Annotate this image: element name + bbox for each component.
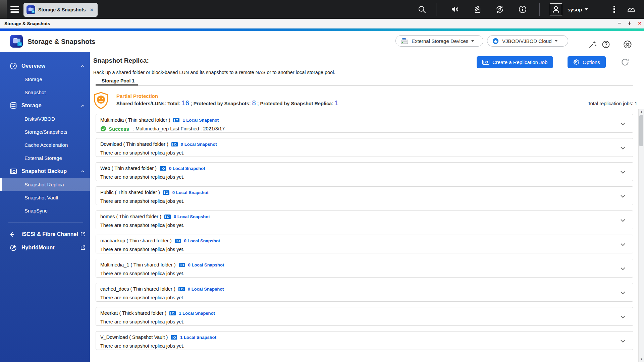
main-menu-icon[interactable]: [10, 6, 19, 13]
scroll-up-icon[interactable]: ▲: [639, 109, 644, 115]
row-expand-chevron-icon[interactable]: [619, 313, 627, 321]
scrollbar-thumb[interactable]: [639, 115, 643, 146]
sidebar-item-storage-snapshots[interactable]: Storage/Snapshots: [0, 125, 90, 138]
sidebar-item-hybridmount[interactable]: HybridMount: [0, 241, 90, 254]
sidebar-item-label: Snapshot Replica: [24, 182, 64, 187]
tab-close-icon[interactable]: ×: [90, 7, 94, 13]
row-expand-chevron-icon[interactable]: [619, 289, 627, 297]
sidebar-item-label: iSCSI & Fibre Channel: [21, 231, 78, 237]
taskbar-tab-storage-snapshots[interactable]: 10 Storage & Snapshots ×: [23, 3, 98, 17]
sidebar-section-snapshot-backup[interactable]: Snapshot Backup: [0, 165, 90, 178]
replica-row: Multimedia_1 ( Thin shared folder )0 Loc…: [96, 259, 633, 278]
options-gear-icon: [573, 59, 580, 65]
window-title: Storage & Snapshots: [4, 19, 50, 28]
row-expand-chevron-icon[interactable]: [619, 120, 627, 128]
replica-row: Meerkat ( Thick shared folder )1 Local S…: [96, 307, 633, 326]
sidebar-section-label: Snapshot Backup: [21, 168, 67, 174]
sidebar-item-iscsi-fibre-channel[interactable]: iSCSI & Fibre Channel: [0, 228, 90, 241]
help-icon[interactable]: [601, 40, 610, 49]
local-snapshot-link[interactable]: 1 Local Snapshot: [180, 335, 216, 340]
local-snapshot-link[interactable]: 0 Local Snapshot: [184, 238, 220, 243]
sidebar-item-label: HybridMount: [21, 245, 55, 251]
stats-replica-value: 1: [335, 99, 338, 107]
vjbod-cloud-button[interactable]: VJBOD/VJBOD Cloud: [487, 35, 568, 47]
replica-row: macbackup ( Thin shared folder )0 Local …: [96, 235, 633, 253]
scroll-down-icon[interactable]: ▼: [639, 357, 644, 362]
more-menu-icon[interactable]: [613, 6, 615, 13]
user-avatar[interactable]: [550, 3, 562, 15]
row-expand-chevron-icon[interactable]: [619, 216, 627, 224]
snapshot-badge-icon: [164, 214, 171, 219]
sidebar-item-overview-snapshot[interactable]: Snapshot: [0, 86, 90, 99]
no-jobs-message: There are no snapshot replica jobs yet.: [100, 223, 184, 228]
sidebar-section-storage[interactable]: Storage: [0, 99, 90, 112]
vjbod-cloud-label: VJBOD/VJBOD Cloud: [502, 38, 552, 44]
stats-snapshots-label: ; Protected by Snapshots:: [191, 101, 251, 106]
user-menu[interactable]: sysop: [568, 0, 588, 19]
background-tasks-icon[interactable]: [473, 5, 482, 14]
sync-icon[interactable]: [495, 5, 504, 14]
row-expand-chevron-icon[interactable]: [619, 168, 627, 176]
folder-name: Download ( Thin shared folder ): [100, 141, 168, 147]
row-expand-chevron-icon[interactable]: [619, 240, 627, 248]
page-title: Storage & Snapshots: [28, 31, 95, 52]
external-storage-devices-button[interactable]: RAID External Storage Devices: [395, 35, 483, 47]
folder-name: Multimedia_1 ( Thin shared folder ): [100, 262, 176, 267]
database-icon: [9, 102, 17, 110]
external-link-icon: [80, 231, 86, 237]
folder-name: Public ( Thin shared folder ): [100, 190, 160, 195]
volume-icon[interactable]: [450, 5, 460, 14]
chevron-up-icon[interactable]: [80, 169, 86, 174]
refresh-icon[interactable]: [621, 58, 630, 67]
minimize-button[interactable]: −: [616, 19, 623, 28]
resource-monitor-icon[interactable]: [627, 5, 636, 14]
snapshot-badge-icon: [175, 238, 181, 243]
info-icon[interactable]: [518, 5, 527, 14]
section-description: Back up a shared folder or block-based L…: [93, 70, 335, 75]
wand-icon[interactable]: [588, 40, 597, 49]
sidebar-item-disks-vjbod[interactable]: Disks/VJBOD: [0, 112, 90, 125]
row-expand-chevron-icon[interactable]: [619, 337, 627, 345]
hybridmount-icon: [9, 244, 17, 252]
chevron-up-icon[interactable]: [80, 103, 86, 109]
sidebar-nav: OverviewStorageSnapshotStorageDisks/VJBO…: [0, 52, 90, 362]
sidebar-item-external-storage[interactable]: External Storage: [0, 152, 90, 165]
local-snapshot-link[interactable]: 0 Local Snapshot: [169, 166, 205, 171]
options-button[interactable]: Options: [568, 56, 606, 68]
sidebar-item-snapshot-vault[interactable]: Snapshot Vault: [0, 191, 90, 204]
search-icon[interactable]: [417, 5, 427, 14]
sidebar-item-overview-storage[interactable]: Storage: [0, 73, 90, 86]
local-snapshot-link[interactable]: 0 Local Snapshot: [172, 190, 209, 195]
snapshot-badge-icon: [169, 311, 176, 315]
chevron-down-icon: [471, 40, 474, 42]
sidebar-item-snapsync[interactable]: SnapSync: [0, 204, 90, 217]
create-replication-job-button[interactable]: Create a Replication Job: [477, 56, 553, 68]
maximize-button[interactable]: +: [626, 19, 633, 28]
local-snapshot-link[interactable]: 0 Local Snapshot: [181, 142, 217, 147]
options-label: Options: [583, 59, 600, 65]
gear-icon[interactable]: [623, 40, 632, 49]
sidebar-section-overview[interactable]: Overview: [0, 59, 90, 73]
row-expand-chevron-icon[interactable]: [619, 192, 627, 200]
local-snapshot-link[interactable]: 1 Local Snapshot: [182, 118, 219, 123]
row-expand-chevron-icon[interactable]: [619, 264, 627, 273]
sidebar-item-label: Storage: [24, 76, 42, 82]
camera-icon: [9, 167, 17, 175]
close-button[interactable]: ×: [636, 19, 643, 28]
local-snapshot-link[interactable]: 0 Local Snapshot: [174, 214, 210, 219]
row-expand-chevron-icon[interactable]: [619, 144, 627, 152]
sidebar-item-cache-acceleration[interactable]: Cache Acceleration: [0, 138, 90, 152]
local-snapshot-link[interactable]: 0 Local Snapshot: [188, 262, 224, 267]
job-status-detail: : Multimedia_rep Last Finished : 2021/3/…: [131, 126, 225, 131]
local-snapshot-link[interactable]: 0 Local Snapshot: [188, 287, 224, 292]
taskbar-divider: [539, 3, 540, 16]
chevron-up-icon[interactable]: [80, 63, 86, 69]
vertical-scrollbar[interactable]: ▲ ▼: [638, 109, 644, 362]
raid-device-icon: RAID: [400, 38, 409, 44]
tab-storage-pool-1[interactable]: Storage Pool 1: [102, 78, 135, 83]
no-jobs-message: There are no snapshot replica jobs yet.: [100, 174, 184, 180]
external-storage-devices-label: External Storage Devices: [412, 38, 468, 44]
replica-row: Public ( Thin shared folder )0 Local Sna…: [96, 186, 633, 205]
local-snapshot-link[interactable]: 1 Local Snapshot: [179, 311, 215, 316]
sidebar-item-snapshot-replica[interactable]: Snapshot Replica: [0, 178, 90, 191]
